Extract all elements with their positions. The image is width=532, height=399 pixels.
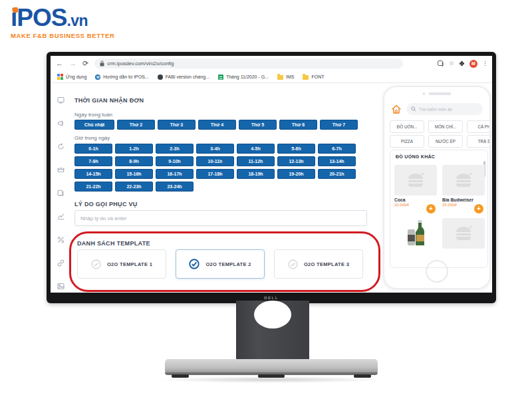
sidebar-documents-icon[interactable] bbox=[57, 188, 65, 200]
check-circle-icon bbox=[288, 259, 298, 269]
logo-tld: .vn bbox=[66, 12, 88, 30]
hour-button[interactable]: 13-14h bbox=[318, 156, 356, 166]
search-icon bbox=[411, 106, 416, 112]
hour-button[interactable]: 12-13h bbox=[277, 156, 315, 166]
reason-input[interactable] bbox=[74, 210, 367, 226]
stand-foot bbox=[258, 374, 285, 378]
product-card-beer-image bbox=[394, 218, 437, 249]
hour-button[interactable]: 19-20h bbox=[277, 169, 315, 179]
bookmark-huongdan[interactable]: W Hướng dẫn từ iPOS... bbox=[95, 74, 148, 80]
lock-icon bbox=[100, 61, 104, 66]
reload-icon[interactable]: ⟳ bbox=[82, 60, 88, 67]
category-chip[interactable]: CÀ PH bbox=[467, 120, 491, 133]
hour-button[interactable]: 1-2h bbox=[115, 144, 153, 154]
bookmark-ims[interactable]: IMS bbox=[277, 74, 294, 80]
hour-button[interactable]: 20-21h bbox=[318, 169, 356, 179]
day-button[interactable]: Thứ 2 bbox=[117, 120, 155, 130]
spreadsheet-icon bbox=[218, 74, 223, 80]
bookmark-sheet[interactable]: Tháng 11/2020 - G... bbox=[218, 74, 269, 80]
search-input[interactable]: Tìm kiếm món ăn bbox=[406, 103, 483, 115]
hour-button[interactable]: 16-17h bbox=[156, 169, 194, 179]
sidebar-crown-icon[interactable] bbox=[57, 164, 65, 176]
stand-foot bbox=[172, 374, 189, 378]
category-chip[interactable]: MÓN CHÍ... bbox=[428, 120, 463, 133]
add-to-cart-button[interactable]: + bbox=[474, 204, 483, 213]
product-placeholder-image bbox=[442, 165, 485, 196]
hour-button[interactable]: 11-12h bbox=[237, 156, 275, 166]
add-to-cart-button[interactable]: + bbox=[426, 204, 436, 213]
category-chip[interactable]: PIZZA bbox=[390, 135, 424, 148]
hour-button[interactable]: 14-15h bbox=[74, 169, 112, 179]
day-button[interactable]: Thứ 5 bbox=[239, 120, 277, 130]
search-placeholder: Tìm kiếm món ăn bbox=[419, 107, 452, 112]
hour-button[interactable]: 15-16h bbox=[115, 169, 153, 179]
stand-foot bbox=[354, 374, 371, 378]
hour-button[interactable]: 7-8h bbox=[74, 156, 112, 166]
category-chip[interactable]: TRÀ S bbox=[467, 135, 491, 148]
hour-button[interactable]: 21-22h bbox=[74, 182, 112, 192]
category-chip[interactable]: NƯỚC ÉP bbox=[428, 135, 463, 148]
brand-logo: iPOS .vn MAKE F&B BUSINESS BETTER bbox=[11, 5, 114, 39]
beer-product-image bbox=[394, 218, 437, 249]
hour-button[interactable]: 18-19h bbox=[237, 169, 275, 179]
sidebar-percent-icon[interactable] bbox=[57, 234, 65, 246]
day-button[interactable]: Thứ 7 bbox=[320, 120, 358, 130]
sidebar-sync-icon[interactable] bbox=[57, 141, 65, 153]
hour-button[interactable]: 5-6h bbox=[277, 144, 315, 154]
hour-button[interactable]: 23-24h bbox=[156, 182, 194, 192]
hour-button[interactable]: 10-11h bbox=[196, 156, 234, 166]
bookmark-font[interactable]: FONT bbox=[303, 74, 324, 80]
bookmark-fabi[interactable]: FABi version chang... bbox=[158, 74, 209, 80]
template-card-1[interactable]: O2O TEMPLATE 1 bbox=[77, 249, 166, 279]
day-button[interactable]: Thứ 6 bbox=[279, 120, 317, 130]
product-card-placeholder bbox=[442, 218, 485, 249]
apps-grid-icon bbox=[57, 74, 63, 80]
sidebar-dashboard-icon[interactable] bbox=[57, 94, 65, 106]
hour-button[interactable]: 2-3h bbox=[156, 144, 194, 154]
profile-avatar[interactable]: M bbox=[469, 60, 477, 68]
hour-button[interactable]: 22-23h bbox=[115, 182, 153, 192]
template-card-2-selected[interactable]: O2O TEMPLATE 2 bbox=[176, 249, 265, 279]
address-bar[interactable]: crm.iposdev.com/vi/o2o/config bbox=[94, 59, 403, 68]
weekday-buttons: Chủ nhật Thứ 2 Thứ 3 Thứ 4 Thứ 5 Thứ 6 T… bbox=[74, 120, 358, 130]
sidebar-gallery-icon[interactable] bbox=[57, 281, 65, 293]
phone-home-button[interactable] bbox=[426, 260, 448, 283]
bookmarks-bar: Ứng dụng W Hướng dẫn từ iPOS... FABi ver… bbox=[51, 71, 492, 83]
hour-button[interactable]: 4-5h bbox=[237, 144, 275, 154]
weekday-label: Ngày trong tuần bbox=[74, 112, 112, 118]
day-button[interactable]: Chủ nhật bbox=[74, 120, 114, 130]
extensions-icon[interactable] bbox=[459, 61, 465, 66]
logo-dot bbox=[13, 7, 18, 13]
phone-notch bbox=[423, 92, 452, 95]
hour-buttons-row3: 14-15h 15-16h 16-17h 17-18h 18-19h 19-20… bbox=[74, 169, 356, 179]
hour-button[interactable]: 17-18h bbox=[196, 169, 234, 179]
hour-button[interactable]: 9-10h bbox=[156, 156, 194, 166]
hour-button[interactable]: 6-7h bbox=[318, 144, 356, 154]
hour-button[interactable]: 3-4h bbox=[196, 144, 234, 154]
url-text: crm.iposdev.com/vi/o2o/config bbox=[107, 61, 174, 66]
product-placeholder-image bbox=[442, 218, 485, 249]
home-icon[interactable] bbox=[391, 104, 402, 114]
template-title: DANH SÁCH TEMPLATE bbox=[77, 240, 150, 247]
hours-label: Giờ trong ngày bbox=[74, 135, 110, 141]
forward-icon[interactable]: → bbox=[69, 60, 76, 67]
sidebar-link-icon[interactable] bbox=[57, 257, 65, 269]
browser-menu-icon[interactable]: ⋮ bbox=[482, 61, 488, 66]
check-circle-icon bbox=[91, 259, 101, 269]
back-icon[interactable]: ← bbox=[56, 60, 63, 67]
hour-button[interactable]: 0-1h bbox=[74, 144, 112, 154]
template-card-3[interactable]: O2O TEMPLATE 3 bbox=[274, 249, 363, 279]
bookmark-star-icon[interactable]: ☆ bbox=[449, 61, 454, 66]
day-button[interactable]: Thứ 4 bbox=[198, 120, 236, 130]
bookmark-apps[interactable]: Ứng dụng bbox=[57, 74, 86, 80]
phone-preview: Tìm kiếm món ăn ĐỒ UỐN... MÓN CHÍ... CÀ … bbox=[383, 86, 491, 289]
site-icon bbox=[158, 74, 163, 80]
hour-button[interactable]: 8-9h bbox=[115, 156, 153, 166]
sidebar-megaphone-icon[interactable] bbox=[57, 118, 65, 130]
sidebar-chart-icon[interactable] bbox=[57, 211, 65, 223]
category-chip[interactable]: ĐỒ UỐN... bbox=[390, 120, 424, 133]
translate-icon[interactable] bbox=[438, 61, 444, 67]
monitor: ← → ⟳ crm.iposdev.com/vi/o2o/config ☆ M … bbox=[47, 52, 496, 303]
day-button[interactable]: Thứ 3 bbox=[158, 120, 196, 130]
product-section-title: ĐỒ UỐNG KHÁC bbox=[396, 154, 435, 159]
